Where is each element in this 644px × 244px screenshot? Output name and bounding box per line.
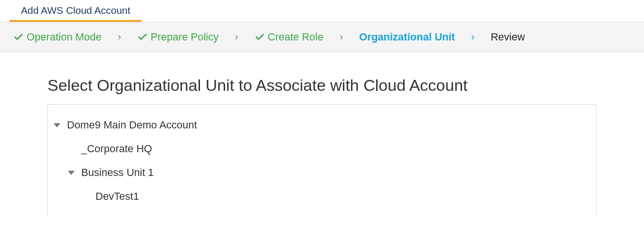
check-icon	[255, 32, 265, 42]
step-organizational-unit[interactable]: Organizational Unit	[359, 31, 455, 43]
chevron-down-icon[interactable]	[68, 171, 75, 175]
tree-row-bu1[interactable]: Business Unit 1	[54, 161, 590, 185]
tab-add-aws-cloud-account[interactable]: Add AWS Cloud Account	[9, 0, 142, 22]
main-content: Select Organizational Unit to Associate …	[0, 52, 644, 217]
toggle-spacer	[82, 195, 89, 199]
tree-row-root[interactable]: Dome9 Main Demo Account	[54, 113, 590, 137]
step-review[interactable]: Review	[491, 31, 525, 43]
chevron-right-icon: ›	[340, 31, 343, 43]
tree-label: _Corporate HQ	[81, 143, 152, 155]
tree-row-corporate-hq[interactable]: _Corporate HQ	[54, 137, 590, 161]
chevron-down-icon[interactable]	[54, 123, 60, 127]
org-unit-tree: Dome9 Main Demo Account _Corporate HQ Bu…	[47, 104, 597, 217]
tree-label: Business Unit 1	[81, 166, 154, 179]
tree-label: Dome9 Main Demo Account	[67, 119, 197, 131]
page-title: Select Organizational Unit to Associate …	[47, 76, 597, 95]
check-icon	[13, 32, 24, 42]
chevron-right-icon: ›	[118, 31, 121, 43]
check-icon	[137, 32, 148, 42]
chevron-right-icon: ›	[235, 31, 238, 43]
step-label: Create Role	[268, 31, 323, 43]
step-operation-mode[interactable]: Operation Mode	[13, 31, 102, 43]
tabs-bar: Add AWS Cloud Account	[0, 0, 644, 22]
toggle-spacer	[68, 147, 75, 151]
step-label: Organizational Unit	[359, 31, 455, 43]
step-label: Operation Mode	[27, 31, 102, 43]
tree-label: DevTest1	[95, 190, 139, 203]
step-label: Prepare Policy	[151, 31, 218, 43]
tree-row-devtest1[interactable]: DevTest1	[54, 185, 590, 208]
step-create-role[interactable]: Create Role	[255, 31, 323, 43]
chevron-right-icon: ›	[471, 31, 474, 43]
wizard-steps: Operation Mode › Prepare Policy › Create…	[0, 22, 644, 52]
step-label: Review	[491, 31, 525, 43]
step-prepare-policy[interactable]: Prepare Policy	[137, 31, 218, 43]
